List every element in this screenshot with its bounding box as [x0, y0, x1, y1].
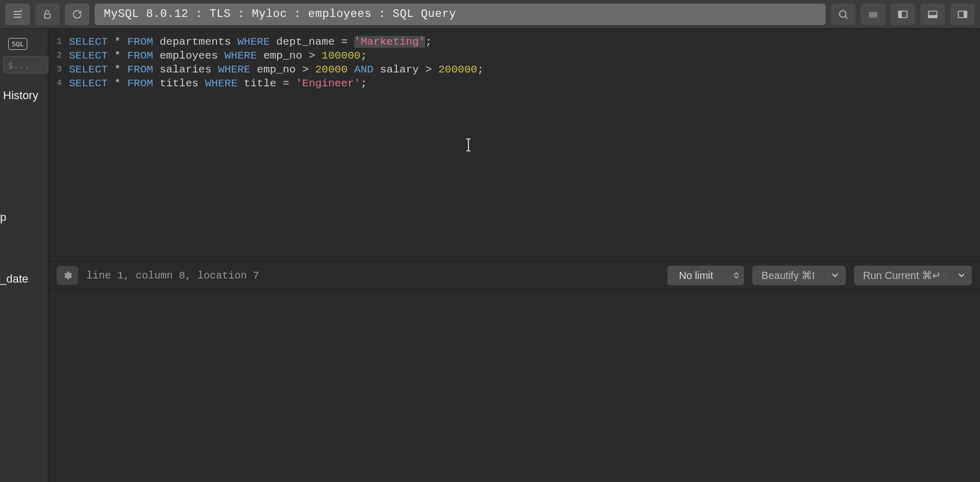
top-toolbar: MySQL 8.0.12 : TLS : Myloc : employees :…: [0, 0, 980, 29]
svg-rect-7: [875, 15, 877, 17]
lock-button[interactable]: [35, 4, 60, 25]
refresh-button[interactable]: [65, 4, 89, 25]
editor-status-bar: line 1, column 8, location 7 No limit Be…: [48, 261, 980, 290]
svg-rect-13: [964, 11, 967, 17]
beautify-dropdown[interactable]: [824, 273, 846, 277]
svg-rect-5: [869, 15, 872, 17]
sidebar: SQL History p _date: [0, 29, 48, 482]
layout-left-button[interactable]: [891, 4, 915, 25]
run-button[interactable]: Run Current ⌘↵: [854, 266, 972, 285]
sidebar-item-date[interactable]: _date: [0, 272, 28, 286]
line-gutter: 1234: [48, 29, 66, 261]
svg-rect-2: [869, 12, 872, 14]
editor-settings-button[interactable]: [57, 266, 78, 285]
row-limit-select[interactable]: No limit: [667, 266, 744, 285]
svg-rect-11: [929, 15, 937, 17]
sidebar-item-p[interactable]: p: [0, 211, 6, 224]
code-editor[interactable]: 1234 SELECT * FROM departments WHERE dep…: [48, 29, 980, 261]
svg-rect-4: [875, 12, 877, 14]
breadcrumb-bar[interactable]: MySQL 8.0.12 : TLS : Myloc : employees :…: [95, 4, 826, 25]
run-dropdown[interactable]: [950, 273, 972, 277]
svg-rect-0: [45, 14, 50, 18]
beautify-button[interactable]: Beautify ⌘I: [752, 266, 845, 285]
cursor-position-text: line 1, column 8, location 7: [86, 270, 659, 282]
svg-rect-6: [872, 15, 874, 17]
sidebar-filter-input[interactable]: [3, 56, 48, 73]
sql-badge[interactable]: SQL: [8, 38, 27, 50]
svg-rect-3: [872, 12, 874, 14]
menu-toggle-button[interactable]: [5, 4, 30, 25]
svg-point-1: [840, 10, 846, 17]
code-content[interactable]: SELECT * FROM departments WHERE dept_nam…: [66, 29, 980, 261]
results-pane[interactable]: [48, 290, 980, 482]
updown-icon: [729, 272, 744, 279]
search-button[interactable]: [831, 4, 856, 25]
sidebar-history-label[interactable]: History: [3, 89, 45, 102]
layout-right-button[interactable]: [950, 4, 975, 25]
layout-bottom-button[interactable]: [920, 4, 945, 25]
breadcrumb-text: MySQL 8.0.12 : TLS : Myloc : employees :…: [104, 8, 456, 21]
svg-rect-9: [899, 11, 902, 17]
grid-view-button[interactable]: [861, 4, 885, 25]
